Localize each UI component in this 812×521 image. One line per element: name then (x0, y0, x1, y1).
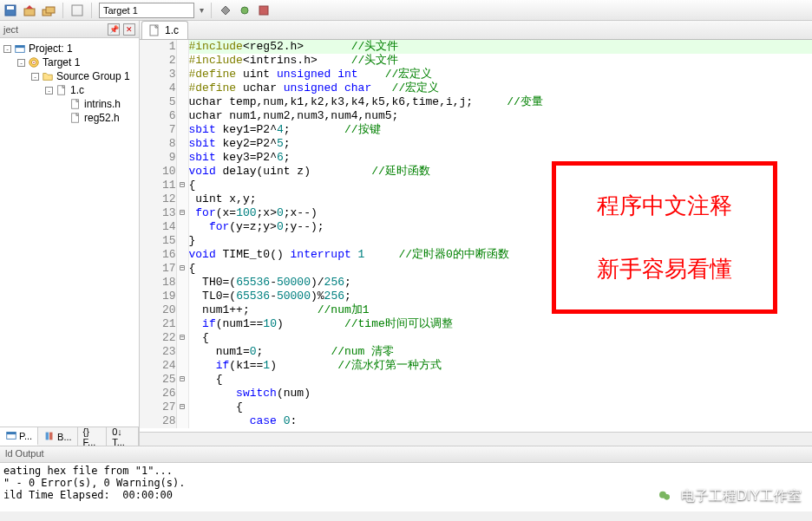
tree-expand-icon[interactable]: - (45, 87, 53, 94)
code-line[interactable]: 7sbit key1=P2^4; //按键 (140, 123, 812, 137)
code-content[interactable]: #include<reg52.h> //头文件 (188, 40, 812, 54)
code-content[interactable]: num1=0; //num 清零 (188, 345, 812, 359)
sidebar-close-icon[interactable]: ✕ (123, 23, 135, 36)
fold-icon[interactable]: ⊟ (176, 373, 188, 387)
fold-icon[interactable]: ⊟ (176, 262, 188, 276)
build-icon[interactable] (23, 3, 36, 17)
svg-point-7 (241, 7, 248, 14)
tree-item[interactable]: -1.c (0, 83, 139, 97)
tree-item-label: reg52.h (84, 112, 120, 124)
code-line[interactable]: 27⊟ { (140, 401, 812, 414)
line-number: 24 (140, 359, 176, 373)
code-content[interactable]: if(k1==1) //流水灯第一种方式 (188, 359, 812, 373)
line-number: 6 (140, 109, 176, 123)
file-tab-1c[interactable]: 1.c (141, 21, 188, 39)
sidebar-tab[interactable]: {} F... (78, 427, 108, 446)
tree-item[interactable]: -Target 1 (0, 55, 139, 69)
fold-icon[interactable]: ⊟ (176, 206, 188, 220)
svg-rect-2 (24, 9, 35, 16)
code-line[interactable]: 8sbit key2=P2^5; (140, 137, 812, 151)
code-line[interactable]: 6uchar num1,num2,num3,num4,num5; (140, 109, 812, 123)
code-content[interactable]: { (188, 373, 812, 387)
svg-rect-22 (46, 432, 49, 440)
fold-icon (176, 95, 188, 109)
save-icon[interactable] (3, 3, 17, 17)
code-content[interactable]: { (188, 401, 812, 414)
code-line[interactable]: 24 if(k1==1) //流水灯第一种方式 (140, 359, 812, 373)
horizontal-scrollbar[interactable] (140, 432, 812, 446)
code-content[interactable]: sbit key1=P2^4; //按键 (188, 123, 812, 137)
code-line[interactable]: 28 case 0: (140, 414, 812, 428)
sidebar-tabs: P...B...{} F...0↓ T... (0, 427, 139, 446)
code-line[interactable]: 26 switch(num) (140, 387, 812, 401)
code-line[interactable]: 2#include<intrins.h> //头文件 (140, 54, 812, 68)
tree-expand-icon[interactable]: - (17, 59, 25, 67)
code-content[interactable]: sbit key2=P2^5; (188, 137, 812, 151)
line-number: 20 (140, 303, 176, 317)
file-tabs: 1.c (140, 21, 812, 40)
watermark-text: 电子工程DIY工作室 (681, 487, 802, 505)
code-line[interactable]: 1#include<reg52.h> //头文件 (140, 40, 812, 54)
code-content[interactable]: #define uchar unsigned char //宏定义 (188, 81, 812, 95)
line-number: 5 (140, 95, 176, 109)
fold-icon[interactable]: ⊟ (176, 179, 188, 192)
svg-rect-21 (7, 432, 16, 434)
configure-icon[interactable] (238, 3, 252, 17)
project-tree[interactable]: -Project: 1-Target 1-Source Group 1-1.ci… (0, 38, 139, 427)
code-line[interactable]: 25⊟ { (140, 373, 812, 387)
sidebar-header: ject 📌 ✕ (0, 21, 139, 38)
code-content[interactable]: switch(num) (188, 387, 812, 401)
tree-expand-icon[interactable]: - (3, 45, 11, 53)
line-number: 16 (140, 248, 176, 262)
rebuild-icon[interactable] (42, 3, 56, 17)
line-number: 14 (140, 220, 176, 234)
line-number: 1 (140, 40, 176, 54)
fold-icon[interactable]: ⊟ (176, 401, 188, 414)
sidebar-tab[interactable]: P... (0, 427, 38, 446)
books-icon (43, 430, 56, 444)
translate-icon[interactable] (70, 3, 84, 17)
tree-item[interactable]: -Source Group 1 (0, 69, 139, 83)
sidebar-tab-label: {} F... (83, 427, 102, 447)
code-line[interactable]: 22⊟ { (140, 331, 812, 345)
code-line[interactable]: 3#define uint unsigned int //宏定义 (140, 68, 812, 81)
tree-expand-icon[interactable]: - (31, 73, 39, 81)
sidebar-tab[interactable]: B... (38, 427, 78, 446)
fold-icon (176, 137, 188, 151)
sidebar-pin-icon[interactable]: 📌 (108, 23, 120, 36)
code-content[interactable]: uchar temp,num,k1,k2,k3,k4,k5,k6,time,i,… (188, 95, 812, 109)
fold-icon (176, 40, 188, 54)
target-combo[interactable] (99, 3, 194, 18)
tree-item[interactable]: intrins.h (0, 97, 139, 111)
sidebar-title: ject (3, 24, 18, 35)
line-number: 2 (140, 54, 176, 68)
code-content[interactable]: #define uint unsigned int //宏定义 (188, 68, 812, 81)
options-icon[interactable] (219, 3, 232, 17)
code-editor[interactable]: 1#include<reg52.h> //头文件2#include<intrin… (140, 40, 812, 432)
svg-rect-6 (72, 5, 82, 16)
code-content[interactable]: uchar num1,num2,num3,num4,num5; (188, 109, 812, 123)
code-line[interactable]: 23 num1=0; //num 清零 (140, 345, 812, 359)
fold-icon (176, 303, 188, 317)
manage-icon[interactable] (257, 3, 271, 17)
fold-icon[interactable]: ⊟ (176, 331, 188, 345)
annotation-line2: 新手容易看懂 (597, 254, 732, 284)
code-content[interactable]: if(num1==10) //time时间可以调整 (188, 317, 812, 331)
target-icon (28, 56, 40, 68)
line-number: 25 (140, 373, 176, 387)
fold-icon (176, 81, 188, 95)
editor-area: 1.c 1#include<reg52.h> //头文件2#include<in… (140, 21, 812, 446)
code-line[interactable]: 5uchar temp,num,k1,k2,k3,k4,k5,k6,time,i… (140, 95, 812, 109)
tree-item[interactable]: -Project: 1 (0, 42, 139, 55)
code-content[interactable]: { (188, 331, 812, 345)
code-line[interactable]: 21 if(num1==10) //time时间可以调整 (140, 317, 812, 331)
line-number: 18 (140, 276, 176, 290)
line-number: 10 (140, 165, 176, 179)
code-line[interactable]: 4#define uchar unsigned char //宏定义 (140, 81, 812, 95)
line-number: 19 (140, 290, 176, 303)
sidebar-tab[interactable]: 0↓ T... (107, 427, 139, 446)
code-content[interactable]: case 0: (188, 414, 812, 428)
fold-icon (176, 276, 188, 290)
code-content[interactable]: #include<intrins.h> //头文件 (188, 54, 812, 68)
tree-item[interactable]: reg52.h (0, 111, 139, 125)
